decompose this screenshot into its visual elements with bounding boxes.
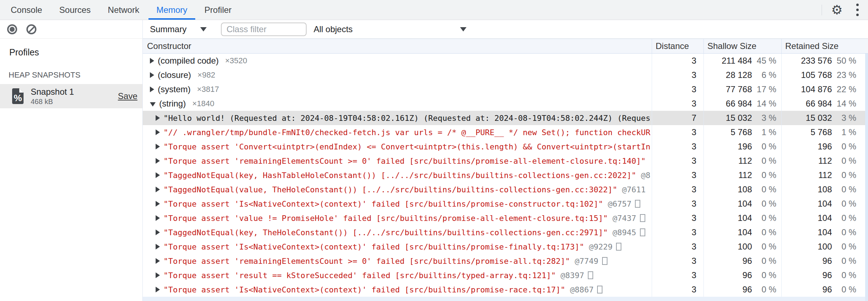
shallow-size-percent: 0 % bbox=[752, 242, 776, 252]
shallow-size-value: 108 bbox=[704, 184, 752, 194]
distance-cell: 3 bbox=[652, 240, 703, 254]
table-row[interactable]: "Torque assert 'Is<NativeContext>(contex… bbox=[143, 197, 868, 211]
constructor-cell: "Torque assert 'remainingElementsCount >… bbox=[143, 154, 652, 168]
shallow-size-value: 96 bbox=[704, 256, 752, 266]
table-row[interactable]: (closure)×982328 1286 %105 76823 % bbox=[143, 68, 868, 82]
expand-arrow-icon[interactable] bbox=[150, 87, 154, 92]
expand-arrow-icon[interactable] bbox=[156, 272, 160, 278]
tab-sources[interactable]: Sources bbox=[51, 0, 99, 20]
retained-size-percent: 0 % bbox=[832, 285, 856, 295]
table-row[interactable]: "Torque assert 'remainingElementsCount >… bbox=[143, 254, 868, 268]
retained-size-value: 5 768 bbox=[782, 127, 832, 137]
retained-size-cell: 15 0323 % bbox=[781, 111, 868, 125]
shallow-size-value: 15 032 bbox=[704, 113, 752, 123]
distance-cell: 3 bbox=[652, 154, 703, 168]
table-row[interactable]: "TaggedNotEqual(value, TheHoleConstant()… bbox=[143, 182, 868, 197]
table-row[interactable]: "Torque assert 'remainingElementsCount >… bbox=[143, 154, 868, 168]
shallow-size-value: 77 768 bbox=[704, 84, 752, 94]
shallow-size-cell: 1960 % bbox=[703, 139, 781, 154]
settings-gear-icon[interactable]: ⚙︎ bbox=[831, 4, 843, 16]
table-row[interactable]: "Torque assert 'Convert<uintptr>(endInde… bbox=[143, 139, 868, 154]
tab-memory[interactable]: Memory bbox=[148, 0, 196, 20]
column-header-retained-size[interactable]: Retained Size bbox=[781, 39, 868, 53]
retained-size-cell: 1080 % bbox=[781, 182, 868, 197]
table-row[interactable]: "TaggedNotEqual(key, TheHoleConstant()) … bbox=[143, 225, 868, 240]
horizontal-scrollbar-track[interactable] bbox=[143, 297, 868, 301]
table-row[interactable]: "Torque assert 'Is<NativeContext>(contex… bbox=[143, 240, 868, 254]
table-row[interactable]: "Torque assert 'result == kStoreSucceded… bbox=[143, 268, 868, 282]
objects-scope-select[interactable]: All objects bbox=[314, 24, 466, 34]
table-row[interactable]: "TaggedNotEqual(key, HashTableHoleConsta… bbox=[143, 168, 868, 182]
shallow-size-cell: 1040 % bbox=[703, 225, 781, 240]
expand-arrow-icon[interactable] bbox=[156, 144, 160, 149]
constructor-cell: "Torque assert 'result == kStoreSucceded… bbox=[143, 268, 652, 282]
shallow-size-value: 211 484 bbox=[704, 56, 752, 66]
snapshot-item[interactable]: % Snapshot 1 468 kB Save bbox=[0, 84, 142, 108]
shallow-size-cell: 66 98414 % bbox=[703, 97, 781, 111]
shallow-size-cell: 5 7681 % bbox=[703, 125, 781, 139]
expand-arrow-icon[interactable] bbox=[150, 72, 154, 78]
retained-size-percent: 0 % bbox=[832, 199, 856, 209]
grid-header: Constructor Distance Shallow Size Retain… bbox=[143, 39, 868, 54]
expand-arrow-icon[interactable] bbox=[156, 187, 160, 192]
vertical-scrollbar-track[interactable] bbox=[865, 54, 868, 301]
expand-arrow-icon[interactable] bbox=[156, 172, 160, 178]
retained-size-cell: 66 98414 % bbox=[781, 97, 868, 111]
column-header-distance[interactable]: Distance bbox=[652, 39, 703, 53]
expand-arrow-icon[interactable] bbox=[150, 58, 154, 64]
shallow-size-percent: 0 % bbox=[752, 184, 776, 194]
constructor-cell: (closure)×982 bbox=[143, 68, 652, 82]
column-header-shallow-size[interactable]: Shallow Size bbox=[703, 39, 781, 53]
shallow-size-cell: 1080 % bbox=[703, 182, 781, 197]
column-header-constructor[interactable]: Constructor bbox=[143, 41, 652, 51]
expand-arrow-icon[interactable] bbox=[156, 258, 160, 264]
table-row[interactable]: "Hello world! (Requested at: 2024-08-19T… bbox=[143, 111, 868, 125]
expand-arrow-icon[interactable] bbox=[156, 230, 160, 235]
tab-console[interactable]: Console bbox=[2, 0, 51, 20]
table-row[interactable]: (system)×3817377 76817 %104 87622 % bbox=[143, 82, 868, 97]
string-value: "Torque assert 'Is<NativeContext>(contex… bbox=[163, 242, 584, 251]
expand-arrow-icon[interactable] bbox=[156, 201, 160, 207]
object-id: @7437 bbox=[608, 214, 636, 223]
snapshot-meta: Snapshot 1 468 kB bbox=[31, 87, 74, 106]
tab-network[interactable]: Network bbox=[99, 0, 148, 20]
table-row[interactable]: "Torque assert 'Is<NativeContext>(contex… bbox=[143, 282, 868, 297]
svg-text:%: % bbox=[14, 93, 22, 103]
clear-profiles-icon[interactable] bbox=[26, 24, 36, 34]
distance-cell: 3 bbox=[652, 211, 703, 225]
distance-cell: 3 bbox=[652, 125, 703, 139]
table-row[interactable]: (string)×1840366 98414 %66 98414 % bbox=[143, 97, 868, 111]
record-heap-snapshot-icon[interactable] bbox=[7, 24, 17, 34]
class-filter-input[interactable] bbox=[221, 23, 307, 36]
distance-value: 3 bbox=[692, 99, 696, 109]
shallow-size-value: 28 128 bbox=[704, 70, 752, 80]
expand-arrow-icon[interactable] bbox=[156, 158, 160, 164]
expand-arrow-icon[interactable] bbox=[156, 287, 160, 292]
distance-value: 3 bbox=[692, 127, 696, 137]
object-link-icon bbox=[616, 243, 621, 251]
collapse-arrow-icon[interactable] bbox=[150, 102, 156, 107]
retained-size-value: 104 876 bbox=[782, 84, 832, 94]
retained-size-value: 233 576 bbox=[782, 56, 832, 66]
save-link[interactable]: Save bbox=[118, 91, 137, 101]
snapshot-size: 468 kB bbox=[31, 98, 74, 106]
tab-profiler[interactable]: Profiler bbox=[196, 0, 240, 20]
table-row[interactable]: (compiled code)×35203211 48445 %233 5765… bbox=[143, 54, 868, 68]
expand-arrow-icon[interactable] bbox=[156, 244, 160, 250]
retained-size-cell: 960 % bbox=[781, 254, 868, 268]
instance-count: ×1840 bbox=[192, 99, 215, 108]
expand-arrow-icon[interactable] bbox=[156, 115, 160, 121]
object-link-icon bbox=[640, 214, 645, 222]
shallow-size-percent: 17 % bbox=[752, 84, 776, 94]
perspective-select[interactable]: Summary bbox=[150, 24, 207, 34]
distance-value: 3 bbox=[692, 227, 696, 237]
more-menu-icon[interactable] bbox=[853, 2, 862, 18]
grid-rows: (compiled code)×35203211 48445 %233 5765… bbox=[143, 54, 868, 297]
expand-arrow-icon[interactable] bbox=[156, 129, 160, 135]
retained-size-percent: 0 % bbox=[832, 256, 856, 266]
retained-size-cell: 960 % bbox=[781, 268, 868, 282]
table-row[interactable]: "// .wrangler/tmp/bundle-FmNIt0/checked-… bbox=[143, 125, 868, 139]
string-value: "Torque assert 'remainingElementsCount >… bbox=[163, 157, 646, 166]
expand-arrow-icon[interactable] bbox=[156, 215, 160, 221]
table-row[interactable]: "Torque assert 'value != PromiseHole' fa… bbox=[143, 211, 868, 225]
